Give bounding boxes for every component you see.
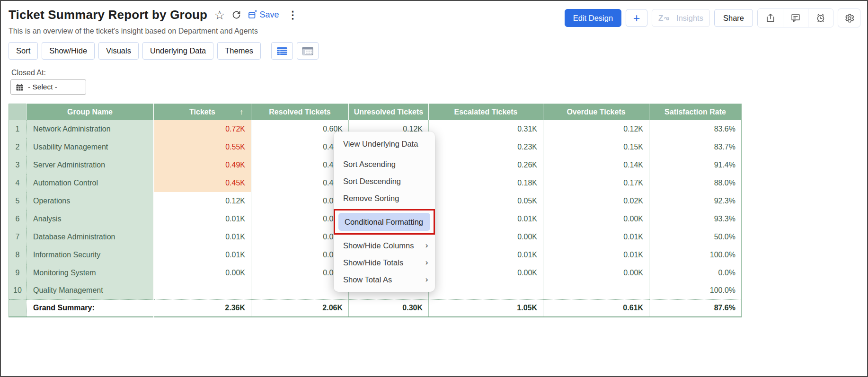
column-header-overdue-tickets[interactable]: Overdue Tickets	[543, 104, 649, 120]
cell-satisfaction[interactable]: 83.7%	[649, 138, 742, 156]
menu-item-conditional-formatting[interactable]: Conditional Formatting	[338, 213, 430, 231]
toolbar-button-underlying-data[interactable]: Underlying Data	[142, 42, 213, 60]
menu-item-show-total-as[interactable]: Show Total As›	[334, 271, 435, 288]
row-number-cell: 5	[9, 192, 27, 210]
cell-satisfaction[interactable]: 83.6%	[649, 120, 742, 138]
svg-text:*: *	[255, 10, 257, 15]
group-name-cell[interactable]: Information Security	[27, 246, 154, 264]
cell-escalated[interactable]: 0.00K	[429, 264, 543, 282]
group-name-cell[interactable]: Usability Management	[27, 138, 154, 156]
export-button[interactable]	[758, 9, 783, 27]
group-name-cell[interactable]: Automation Control	[27, 174, 154, 192]
spreadsheet-view-button[interactable]	[271, 42, 293, 60]
edit-design-button[interactable]: Edit Design	[565, 9, 621, 27]
filter-label: Closed At:	[11, 69, 46, 77]
cell-overdue[interactable]: 0.02K	[543, 192, 649, 210]
menu-item-show-hide-columns[interactable]: Show/Hide Columns›	[334, 237, 435, 254]
menu-item-view-underlying-data[interactable]: View Underlying Data	[334, 135, 435, 152]
settings-button[interactable]	[838, 9, 860, 27]
cell-tickets[interactable]: 0.00K	[154, 264, 251, 282]
cell-tickets[interactable]	[154, 282, 251, 300]
group-name-cell[interactable]: Operations	[27, 192, 154, 210]
comment-button[interactable]	[783, 9, 808, 27]
column-header-group-name[interactable]: Group Name	[27, 104, 154, 120]
cell-tickets[interactable]: 0.49K	[154, 156, 251, 174]
cell-tickets[interactable]: 0.72K	[154, 120, 251, 138]
insights-button[interactable]: Z Insights	[652, 9, 710, 27]
menu-item-sort-descending[interactable]: Sort Descending	[334, 173, 435, 190]
cell-tickets[interactable]: 0.01K	[154, 210, 251, 228]
save-button[interactable]: * Save	[248, 10, 279, 20]
toolbar-button-show-hide[interactable]: Show/Hide	[42, 42, 95, 60]
cell-escalated[interactable]: 0.26K	[429, 156, 543, 174]
cell-escalated[interactable]: 0.18K	[429, 174, 543, 192]
cell-escalated[interactable]: 0.23K	[429, 138, 543, 156]
alert-button[interactable]	[808, 9, 833, 27]
cell-satisfaction[interactable]: 88.0%	[649, 174, 742, 192]
cell-satisfaction[interactable]: 100.0%	[649, 282, 742, 300]
save-label: Save	[259, 10, 279, 20]
column-header-tickets[interactable]: Tickets↑	[154, 104, 251, 120]
column-header-escalated-tickets[interactable]: Escalated Tickets	[429, 104, 543, 120]
menu-item-remove-sorting[interactable]: Remove Sorting	[334, 190, 435, 207]
cell-escalated[interactable]: 0.00K	[429, 228, 543, 246]
cell-escalated[interactable]	[429, 282, 543, 300]
menu-item-sort-ascending[interactable]: Sort Ascending	[334, 156, 435, 173]
cell-escalated[interactable]: 0.05K	[429, 192, 543, 210]
kebab-menu-icon[interactable]: ⋮	[286, 9, 300, 21]
cell-satisfaction[interactable]: 100.0%	[649, 246, 742, 264]
zia-icon: Z	[658, 14, 673, 22]
group-name-cell[interactable]: Database Administration	[27, 228, 154, 246]
cell-satisfaction[interactable]: 0.0%	[649, 264, 742, 282]
submenu-chevron-icon: ›	[425, 271, 428, 288]
cell-overdue[interactable]	[543, 282, 649, 300]
cell-escalated[interactable]: 0.01K	[429, 246, 543, 264]
row-number-cell: 9	[9, 264, 27, 282]
cell-overdue[interactable]: 0.00K	[543, 210, 649, 228]
group-name-cell[interactable]: Server Administration	[27, 156, 154, 174]
add-button[interactable]: +	[626, 9, 647, 27]
cell-tickets[interactable]: 0.45K	[154, 174, 251, 192]
favorite-star-icon[interactable]: ☆	[214, 9, 225, 21]
toolbar-button-visuals[interactable]: Visuals	[98, 42, 139, 60]
cell-tickets[interactable]: 0.01K	[154, 228, 251, 246]
cell-overdue[interactable]: 0.14K	[543, 156, 649, 174]
grand-summary-row: Grand Summary:2.36K2.06K0.30K1.05K0.61K8…	[9, 300, 742, 317]
cell-tickets[interactable]: 0.01K	[154, 246, 251, 264]
cell-escalated[interactable]: 0.31K	[429, 120, 543, 138]
cell-tickets[interactable]: 0.12K	[154, 192, 251, 210]
cell-overdue[interactable]: 0.12K	[543, 120, 649, 138]
cell-overdue[interactable]: 0.17K	[543, 174, 649, 192]
closed-at-select[interactable]: - Select -	[10, 79, 86, 95]
report-subtitle: This is an overview of the ticket's insi…	[9, 27, 300, 35]
cell-overdue[interactable]: 0.00K	[543, 264, 649, 282]
cell-satisfaction[interactable]: 93.3%	[649, 210, 742, 228]
column-header-resolved-tickets[interactable]: Resolved Tickets	[251, 104, 349, 120]
grand-summary-label: Grand Summary:	[27, 300, 154, 317]
row-number-cell: 1	[9, 120, 27, 138]
group-name-cell[interactable]: Network Administration	[27, 120, 154, 138]
refresh-icon[interactable]	[231, 10, 241, 20]
share-button[interactable]: Share	[714, 9, 753, 27]
row-number-cell: 2	[9, 138, 27, 156]
cell-overdue[interactable]: 0.15K	[543, 138, 649, 156]
group-name-cell[interactable]: Analysis	[27, 210, 154, 228]
menu-item-show-hide-totals[interactable]: Show/Hide Totals›	[334, 254, 435, 271]
pivot-view-button[interactable]	[297, 42, 319, 60]
cell-satisfaction[interactable]: 92.3%	[649, 192, 742, 210]
insights-label: Insights	[676, 14, 703, 23]
group-name-cell[interactable]: Quality Management	[27, 282, 154, 300]
group-name-cell[interactable]: Monitoring System	[27, 264, 154, 282]
summary-cell-satisfaction: 87.6%	[649, 300, 742, 317]
cell-satisfaction[interactable]: 91.4%	[649, 156, 742, 174]
column-header-unresolved-tickets[interactable]: Unresolved Tickets	[349, 104, 429, 120]
toolbar-button-themes[interactable]: Themes	[217, 42, 261, 60]
cell-satisfaction[interactable]: 50.0%	[649, 228, 742, 246]
cell-escalated[interactable]: 0.01K	[429, 210, 543, 228]
toolbar-button-sort[interactable]: Sort	[9, 42, 38, 60]
cell-tickets[interactable]: 0.55K	[154, 138, 251, 156]
cell-overdue[interactable]: 0.01K	[543, 228, 649, 246]
column-header-satisfaction-rate[interactable]: Satisfaction Rate	[649, 104, 742, 120]
row-number-cell: 6	[9, 210, 27, 228]
cell-overdue[interactable]: 0.01K	[543, 246, 649, 264]
